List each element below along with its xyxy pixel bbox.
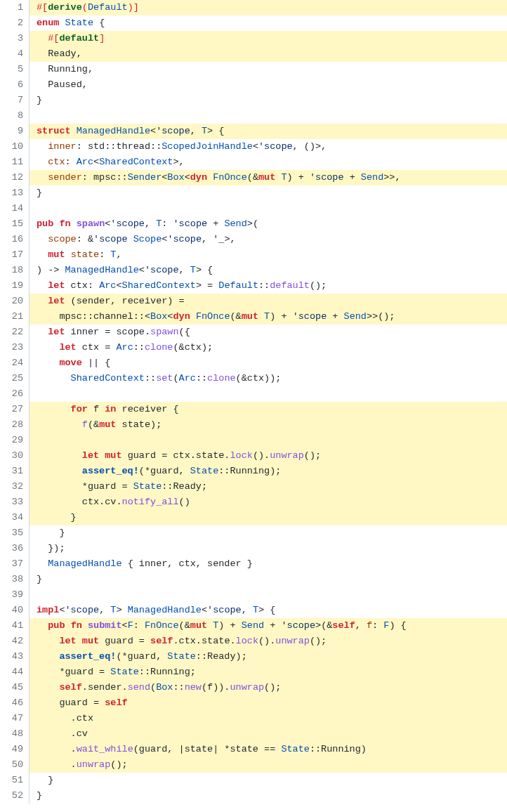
- code-token: )]: [128, 2, 139, 13]
- code-token: :: [99, 249, 110, 260]
- line-number: 3: [0, 31, 23, 46]
- code-token: ,: [355, 620, 367, 631]
- code-token: ,: [190, 126, 202, 136]
- line-number: 27: [0, 402, 23, 417]
- code-token: Send: [361, 172, 383, 183]
- code-token: (: [82, 2, 88, 13]
- code-line: }: [29, 788, 507, 804]
- code-token: [37, 234, 48, 244]
- code-token: set: [156, 373, 173, 384]
- code-token: [37, 636, 59, 646]
- code-token: ();: [310, 280, 327, 291]
- line-number: 20: [0, 294, 23, 309]
- code-token: Default: [218, 280, 258, 291]
- code-token: F: [128, 620, 133, 631]
- code-token: [190, 311, 196, 322]
- line-number: 36: [0, 541, 23, 556]
- line-number: 30: [0, 448, 23, 464]
- code-token: T: [190, 265, 196, 275]
- code-token: self: [332, 620, 355, 631]
- code-token: [37, 249, 48, 260]
- code-token: ) +: [287, 172, 310, 183]
- code-token: let: [48, 296, 65, 306]
- code-token: ,: [179, 265, 190, 275]
- code-line: f(&mut state);: [29, 417, 507, 433]
- code-line: }: [29, 185, 507, 201]
- code-token: });: [37, 543, 65, 554]
- code-token: f: [367, 620, 372, 631]
- code-token: f: [82, 419, 88, 430]
- line-number: 48: [0, 726, 23, 742]
- code-token: impl: [37, 605, 59, 615]
- code-token: ) ->: [37, 265, 65, 275]
- line-number: 51: [0, 773, 23, 788]
- code-line: *guard = State::Running;: [29, 664, 507, 680]
- code-token: .: [37, 759, 77, 770]
- code-token: in: [105, 404, 116, 414]
- code-line: pub fn submit<F: FnOnce(&mut T) + Send +…: [29, 618, 507, 634]
- code-content[interactable]: #[derive(Default)]enum State { #[default…: [29, 0, 507, 804]
- code-line: ManagedHandle { inner, ctx, sender }: [29, 556, 507, 572]
- code-token: SharedContext: [99, 157, 173, 167]
- code-token: ScopedJoinHandle: [162, 141, 253, 152]
- code-token: fn: [59, 218, 70, 229]
- code-token: guard = ctx.state.: [122, 450, 230, 461]
- code-token: spawn: [77, 218, 105, 229]
- line-number: 43: [0, 649, 23, 664]
- line-number: 44: [0, 664, 23, 680]
- code-token: .sender.: [82, 682, 128, 693]
- code-token: <: [202, 605, 207, 615]
- code-token: ::: [196, 373, 207, 384]
- code-token: let: [59, 636, 76, 646]
- code-token: Box: [156, 682, 173, 693]
- line-number: 47: [0, 711, 23, 726]
- code-line: self.sender.send(Box::new(f)).unwrap();: [29, 680, 507, 695]
- code-token: FnOnce: [213, 172, 247, 183]
- code-token: Box: [167, 172, 184, 183]
- code-token: >(&: [315, 620, 332, 631]
- code-token: State: [65, 18, 94, 28]
- code-token: Scope: [133, 234, 162, 244]
- code-token: ,: [99, 605, 110, 615]
- line-number: 7: [0, 93, 23, 108]
- code-token: inner: [48, 141, 77, 152]
- code-token: .ctx.state.: [173, 636, 235, 646]
- code-token: }: [37, 528, 65, 538]
- code-token: Arc: [99, 280, 116, 291]
- code-line: }: [29, 93, 507, 108]
- code-token: assert_eq!: [59, 651, 116, 662]
- code-token: [37, 404, 71, 414]
- code-token: { inner, ctx, sender }: [122, 558, 253, 569]
- line-number: 31: [0, 464, 23, 479]
- code-token: state: [71, 249, 100, 260]
- code-token: dyn: [173, 311, 190, 322]
- code-block: 1234567891011121314151617181920212223242…: [0, 0, 507, 804]
- code-token: 'scope: [293, 311, 327, 322]
- line-number: 35: [0, 525, 23, 541]
- code-token: ManagedHandle: [77, 126, 150, 136]
- line-number: 13: [0, 185, 23, 201]
- code-token: unwrap: [275, 636, 310, 646]
- line-number: 46: [0, 695, 23, 711]
- code-token: 'scope: [65, 605, 100, 615]
- code-token: 'scope: [173, 218, 207, 229]
- code-token: clone: [207, 373, 236, 384]
- code-token: (&: [88, 419, 99, 430]
- code-token: [37, 620, 48, 631]
- code-token: unwrap: [230, 682, 264, 693]
- line-number: 19: [0, 278, 23, 294]
- code-token: (&: [230, 311, 241, 322]
- code-token: Send: [224, 218, 246, 229]
- code-token: ::: [145, 373, 156, 384]
- code-token: {: [93, 18, 105, 28]
- line-number: 25: [0, 371, 23, 386]
- line-number: 52: [0, 788, 23, 804]
- code-token: [207, 620, 213, 631]
- code-token: mut: [99, 419, 116, 430]
- code-token: <: [253, 141, 258, 152]
- code-token: ManagedHandle: [65, 265, 139, 275]
- code-token: [71, 218, 77, 229]
- code-line: guard = self: [29, 695, 507, 711]
- code-line: move || {: [29, 355, 507, 371]
- code-token: State: [190, 466, 219, 476]
